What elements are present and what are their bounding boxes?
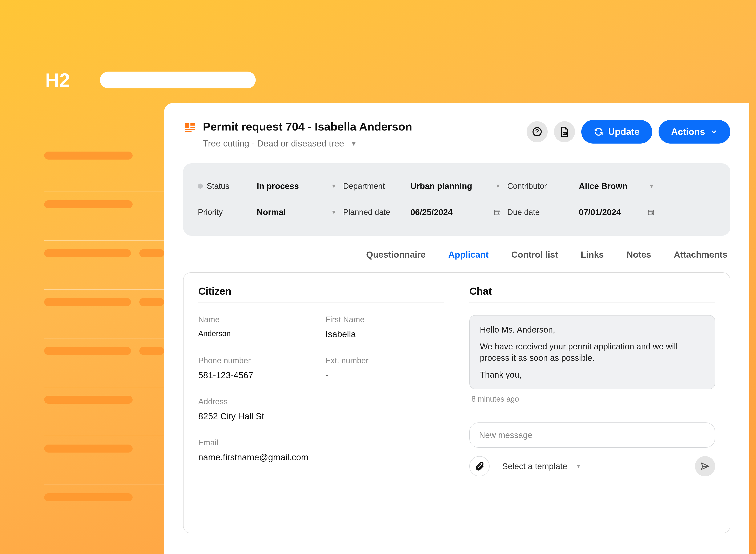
permit-icon — [183, 122, 196, 135]
name-label: Name — [198, 315, 317, 324]
status-summary-card: Status In process ▼ Department Urban pla… — [183, 163, 730, 236]
department-label: Department — [343, 182, 404, 191]
due-date-picker[interactable]: 07/01/2024 — [579, 208, 654, 217]
chat-input-placeholder: New message — [479, 431, 532, 440]
tab-links[interactable]: Links — [580, 247, 605, 262]
permit-type-select[interactable]: Tree cutting - Dead or diseased tree ▼ — [203, 138, 412, 149]
applicant-content-card: Citizen Name Anderson First Name Isabell… — [183, 272, 730, 533]
priority-select[interactable]: Normal ▼ — [257, 208, 337, 217]
decorative-left-lines — [44, 143, 164, 527]
name-value: Anderson — [198, 329, 317, 338]
chevron-down-icon — [710, 128, 718, 135]
h2-placeholder-pill — [100, 71, 256, 89]
send-icon — [700, 461, 710, 471]
chat-timestamp: 8 minutes ago — [471, 395, 715, 403]
status-select[interactable]: In process ▼ — [257, 181, 337, 191]
export-pdf-button[interactable]: PDF — [554, 121, 575, 142]
chat-section-title: Chat — [469, 285, 715, 302]
department-select[interactable]: Urban planning ▼ — [410, 181, 501, 191]
address-value: 8252 City Hall St — [198, 411, 444, 422]
planned-date-label: Planned date — [343, 208, 404, 217]
chat-attach-button[interactable] — [469, 456, 489, 476]
chat-send-button[interactable] — [695, 456, 715, 476]
paperclip-icon — [474, 461, 484, 471]
chat-line: Thank you, — [480, 369, 705, 380]
actions-button-label: Actions — [671, 126, 705, 137]
tab-questionnaire[interactable]: Questionnaire — [365, 247, 426, 262]
tab-notes[interactable]: Notes — [626, 247, 652, 262]
tab-control-list[interactable]: Control list — [511, 247, 559, 262]
status-dot-icon — [198, 183, 203, 188]
chat-message: Hello Ms. Anderson, We have received you… — [469, 315, 715, 389]
h2-heading-label: H2 — [45, 69, 70, 91]
help-button[interactable] — [527, 121, 547, 142]
page-title: Permit request 704 - Isabella Anderson — [203, 120, 412, 133]
email-value: name.firstname@gmail.com — [198, 452, 444, 462]
svg-rect-4 — [495, 210, 500, 215]
due-date-label: Due date — [507, 208, 573, 217]
svg-point-1 — [536, 133, 537, 134]
chevron-down-icon: ▼ — [649, 183, 654, 189]
chevron-down-icon: ▼ — [350, 140, 357, 148]
contributor-select[interactable]: Alice Brown ▼ — [579, 181, 654, 191]
citizen-column: Citizen Name Anderson First Name Isabell… — [198, 285, 444, 520]
priority-label: Priority — [198, 208, 250, 217]
svg-text:PDF: PDF — [563, 132, 567, 135]
template-select-label: Select a template — [502, 461, 567, 471]
email-label: Email — [198, 438, 444, 447]
tab-attachments[interactable]: Attachments — [673, 247, 728, 262]
detail-tabs: Questionnaire Applicant Control list Lin… — [183, 247, 730, 262]
chat-line: We have received your permit application… — [480, 341, 705, 364]
status-label: Status — [198, 182, 250, 191]
calendar-icon — [494, 209, 501, 216]
chevron-down-icon: ▼ — [331, 183, 337, 189]
ext-label: Ext. number — [326, 356, 444, 365]
svg-rect-7 — [652, 212, 653, 214]
ext-value: - — [326, 370, 444, 380]
phone-label: Phone number — [198, 356, 317, 365]
first-name-value: Isabella — [326, 329, 444, 339]
chat-line: Hello Ms. Anderson, — [480, 324, 705, 335]
contributor-label: Contributor — [507, 182, 573, 191]
address-label: Address — [198, 397, 444, 406]
update-button-label: Update — [608, 126, 640, 137]
tab-applicant[interactable]: Applicant — [448, 247, 489, 262]
chat-new-message-input[interactable]: New message — [469, 423, 715, 448]
chat-column: Chat Hello Ms. Anderson, We have receive… — [469, 285, 715, 520]
chevron-down-icon: ▼ — [331, 209, 337, 216]
permit-type-label: Tree cutting - Dead or diseased tree — [203, 138, 344, 149]
planned-date-picker[interactable]: 06/25/2024 — [410, 208, 501, 217]
update-button[interactable]: Update — [581, 120, 652, 144]
svg-rect-5 — [498, 212, 499, 214]
chevron-down-icon: ▼ — [495, 183, 501, 189]
citizen-section-title: Citizen — [198, 285, 444, 302]
calendar-icon — [647, 209, 654, 216]
actions-menu-button[interactable]: Actions — [658, 120, 730, 144]
chevron-down-icon: ▼ — [576, 463, 582, 469]
svg-rect-6 — [648, 210, 654, 215]
permit-detail-panel: Permit request 704 - Isabella Anderson T… — [164, 103, 749, 554]
chat-template-select[interactable]: Select a template ▼ — [502, 461, 582, 471]
refresh-icon — [594, 127, 603, 136]
first-name-label: First Name — [326, 315, 444, 324]
phone-value: 581-123-4567 — [198, 370, 317, 380]
